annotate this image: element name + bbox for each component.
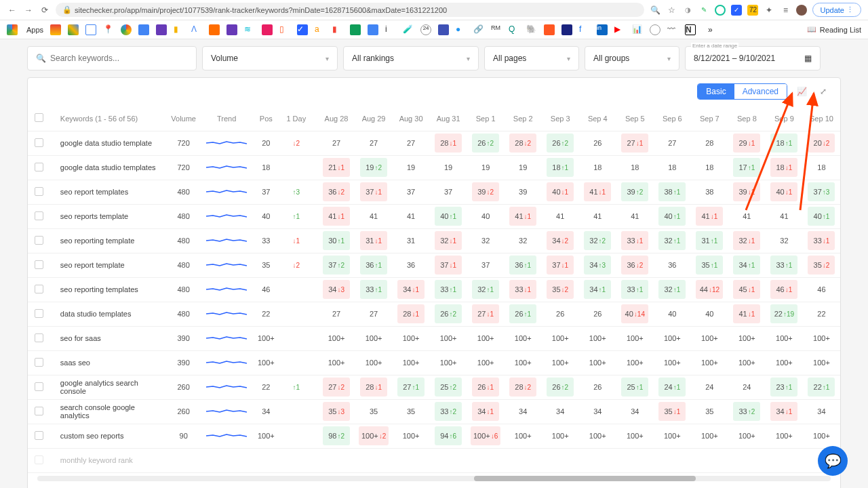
- ext-icon-blue[interactable]: ✓: [731, 5, 742, 16]
- drive-icon[interactable]: [68, 24, 79, 35]
- row-checkbox[interactable]: [35, 431, 43, 440]
- docs-icon[interactable]: [368, 24, 378, 35]
- bm-icon[interactable]: [226, 24, 237, 35]
- notion-icon[interactable]: N: [685, 24, 696, 35]
- search-input[interactable]: [50, 54, 188, 63]
- apps-icon[interactable]: [7, 24, 18, 35]
- rankings-filter[interactable]: All rankings▾: [343, 46, 479, 70]
- bm-icon[interactable]: i: [385, 24, 396, 35]
- row-checkbox[interactable]: [35, 236, 43, 245]
- grammarly-icon[interactable]: [715, 5, 726, 16]
- bm-icon[interactable]: 🧪: [403, 24, 414, 35]
- row-checkbox[interactable]: [35, 138, 43, 147]
- search-keywords[interactable]: 🔍: [27, 46, 197, 70]
- select-all-checkbox[interactable]: [35, 113, 43, 122]
- col-date[interactable]: Aug 29: [355, 106, 393, 131]
- row-checkbox[interactable]: [35, 260, 43, 269]
- bm-icon[interactable]: ≋: [244, 24, 255, 35]
- col-pos[interactable]: Pos: [252, 106, 280, 131]
- bm-icon[interactable]: [262, 24, 273, 35]
- bm-icon[interactable]: 📊: [632, 24, 643, 35]
- col-date[interactable]: Sep 6: [654, 106, 691, 131]
- sheets-icon[interactable]: [350, 24, 361, 35]
- row-checkbox[interactable]: [35, 163, 43, 171]
- row-checkbox[interactable]: [35, 285, 43, 293]
- linkedin-icon[interactable]: in: [597, 24, 608, 35]
- bm-icon[interactable]: Q: [509, 24, 519, 35]
- col-date[interactable]: Sep 8: [728, 106, 766, 131]
- col-date[interactable]: Sep 1: [467, 106, 505, 131]
- bm-icon[interactable]: 〰: [667, 24, 678, 35]
- col-date[interactable]: Aug 28: [318, 106, 355, 131]
- reload-icon[interactable]: ⟳: [39, 5, 50, 16]
- forward-icon[interactable]: →: [23, 5, 34, 16]
- row-checkbox[interactable]: [35, 382, 43, 391]
- row-checkbox[interactable]: [35, 455, 43, 464]
- gmail-icon[interactable]: [50, 24, 61, 35]
- row-checkbox[interactable]: [35, 407, 43, 415]
- bm-icon[interactable]: ✓: [297, 24, 308, 35]
- evernote-icon[interactable]: ✎: [698, 5, 709, 16]
- evernote-icon[interactable]: 🐘: [526, 24, 537, 35]
- bm-icon[interactable]: [209, 24, 220, 35]
- col-date[interactable]: Sep 2: [505, 106, 542, 131]
- bm-icon[interactable]: ▯: [279, 24, 290, 35]
- update-button[interactable]: Update ⋮: [812, 3, 861, 17]
- col-volume[interactable]: Volume: [165, 106, 201, 131]
- bm-icon[interactable]: [544, 24, 555, 35]
- bm-icon[interactable]: RM: [491, 24, 502, 35]
- expand-icon[interactable]: ⤢: [816, 84, 831, 99]
- row-checkbox[interactable]: [35, 333, 43, 342]
- bm-icon[interactable]: [438, 24, 449, 35]
- bm-icon[interactable]: [138, 24, 149, 35]
- calendar-icon[interactable]: [85, 24, 96, 35]
- avatar-icon[interactable]: [796, 5, 807, 16]
- maps-icon[interactable]: 📍: [103, 24, 114, 35]
- col-date[interactable]: Sep 3: [542, 106, 579, 131]
- star-icon[interactable]: ☆: [666, 5, 677, 16]
- bookmark-overflow-icon[interactable]: »: [708, 25, 713, 35]
- bm-icon[interactable]: [561, 24, 572, 35]
- bm-icon[interactable]: ●: [456, 24, 467, 35]
- col-1day[interactable]: 1 Day: [281, 106, 313, 131]
- basic-tab[interactable]: Basic: [698, 84, 734, 99]
- groups-filter[interactable]: All groups▾: [585, 46, 679, 70]
- facebook-icon[interactable]: f: [579, 24, 590, 35]
- row-checkbox[interactable]: [35, 187, 43, 196]
- col-date[interactable]: Sep 7: [691, 106, 728, 131]
- menu-icon[interactable]: ≡: [780, 5, 791, 16]
- col-date[interactable]: Sep 4: [579, 106, 616, 131]
- pages-filter[interactable]: All pages▾: [484, 46, 579, 70]
- row-checkbox[interactable]: [35, 309, 43, 318]
- col-date[interactable]: Aug 31: [430, 106, 467, 131]
- bm-icon[interactable]: 24: [420, 24, 431, 35]
- bm-icon[interactable]: 🔗: [473, 24, 484, 35]
- row-checkbox[interactable]: [35, 358, 43, 367]
- col-keywords[interactable]: Keywords (1 - 56 of 56): [51, 106, 165, 131]
- bm-icon[interactable]: [156, 24, 167, 35]
- chart-icon[interactable]: 📈: [794, 84, 809, 99]
- advanced-tab[interactable]: Advanced: [734, 84, 787, 99]
- apps-label[interactable]: Apps: [26, 26, 43, 34]
- reading-list-button[interactable]: 📖 Reading List: [807, 25, 861, 34]
- ext-icon-badge[interactable]: 72: [747, 5, 758, 16]
- back-icon[interactable]: ←: [7, 5, 18, 16]
- chrome-icon[interactable]: [121, 24, 132, 35]
- date-range-filter[interactable]: Enter a date range 8/12/2021 – 9/10/2021…: [685, 46, 821, 70]
- puzzle-icon[interactable]: ✦: [764, 5, 774, 16]
- col-date[interactable]: Sep 5: [616, 106, 654, 131]
- bm-icon[interactable]: [650, 24, 660, 35]
- intercom-chat-button[interactable]: 💬: [818, 446, 848, 476]
- col-date[interactable]: Sep 9: [766, 106, 803, 131]
- search-icon[interactable]: 🔍: [650, 5, 660, 16]
- volume-filter[interactable]: Volume▾: [202, 46, 338, 70]
- ads-icon[interactable]: Λ: [191, 24, 202, 35]
- row-checkbox[interactable]: [35, 211, 43, 220]
- col-date[interactable]: Aug 30: [393, 106, 430, 131]
- bm-icon[interactable]: ▮: [332, 24, 343, 35]
- scroll-thumb[interactable]: [474, 476, 696, 481]
- col-date[interactable]: Sep 10: [803, 106, 840, 131]
- youtube-icon[interactable]: ▶: [614, 24, 625, 35]
- col-trend[interactable]: Trend: [201, 106, 252, 131]
- horizontal-scrollbar[interactable]: [37, 476, 831, 481]
